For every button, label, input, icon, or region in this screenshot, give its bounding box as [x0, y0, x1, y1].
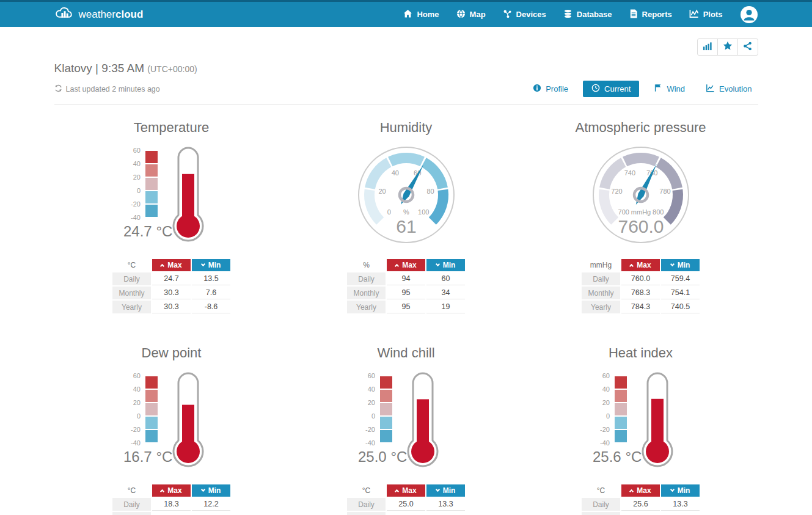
table-row: Monthly30.37.6	[112, 287, 230, 299]
svg-text:60: 60	[133, 147, 140, 154]
min-value: 7.6	[192, 287, 230, 299]
tab-wind[interactable]: Wind	[648, 81, 691, 97]
tab-current[interactable]: Current	[583, 81, 639, 97]
nav-item-map[interactable]: Map	[456, 9, 486, 20]
nav-item-label: Reports	[642, 10, 672, 19]
svg-text:760.0: 760.0	[618, 216, 664, 236]
nav-item-reports[interactable]: Reports	[629, 9, 672, 20]
max-header: Max	[152, 484, 191, 497]
plots-icon	[689, 9, 699, 20]
svg-text:40: 40	[602, 385, 609, 393]
tab-label: Wind	[667, 84, 685, 93]
period-label: Monthly	[582, 512, 620, 515]
nav-item-home[interactable]: Home	[403, 9, 439, 20]
tab-label: Current	[604, 84, 631, 93]
tab-profile[interactable]: Profile	[527, 81, 574, 97]
max-value: 95	[387, 301, 425, 313]
svg-text:800: 800	[653, 208, 664, 216]
tab-label: Profile	[546, 84, 568, 93]
globe-icon	[456, 9, 466, 20]
svg-text:25.6 °C: 25.6 °C	[593, 448, 642, 465]
panel-title: Atmospheric pressure	[524, 120, 758, 136]
max-header-label: Max	[402, 261, 416, 269]
nav-item-label: Home	[417, 10, 439, 19]
chevron-up-icon	[160, 264, 164, 268]
max-header-label: Max	[637, 261, 651, 269]
max-value: 24.7	[152, 272, 191, 285]
title-separator: |	[95, 62, 98, 75]
brand-weather: weather	[79, 9, 115, 20]
period-label: Daily	[582, 272, 620, 285]
max-header-label: Max	[637, 486, 651, 495]
unit-label: °C	[112, 484, 151, 497]
min-value: 12.2	[192, 498, 230, 511]
panel-pressure: Atmospheric pressure 700720740760780800m…	[524, 120, 758, 315]
max-value: 30.3	[152, 287, 191, 299]
min-value: 60	[426, 272, 465, 285]
station-time: 9:35 AM	[101, 62, 144, 75]
panel-dew-point: Dew point 6040200-20-4016.7 °C °C Max Mi…	[54, 345, 289, 515]
max-value: 94	[387, 272, 425, 285]
wind-flag-icon	[654, 84, 662, 94]
cloud-bars-logo-icon	[54, 5, 75, 24]
stats-button[interactable]	[697, 38, 718, 56]
station-utc-offset: (UTC+00:00)	[147, 64, 197, 74]
station-toolbar	[54, 38, 758, 56]
max-header: Max	[152, 259, 191, 271]
min-value: 7.2	[426, 512, 465, 515]
svg-text:700: 700	[618, 208, 629, 216]
stats-table: °C Max Min Daily18.312.2 Monthly19.45.0 …	[111, 483, 232, 515]
share-icon	[743, 42, 752, 53]
min-header-label: Min	[678, 486, 690, 495]
min-header-label: Min	[678, 261, 690, 269]
favorite-button[interactable]	[717, 38, 738, 56]
last-updated-text: Last updated 2 minutes ago	[66, 85, 160, 93]
user-avatar[interactable]	[740, 5, 758, 24]
tab-evolution[interactable]: Evolution	[700, 81, 758, 97]
header-divider	[54, 104, 758, 105]
min-value: 7.8	[661, 512, 700, 515]
table-row: Daily9460	[347, 272, 465, 285]
min-header: Min	[661, 259, 700, 271]
chevron-up-icon	[160, 489, 164, 494]
nav-item-database[interactable]: Database	[563, 9, 612, 20]
chevron-down-icon	[670, 488, 675, 492]
nav-item-devices[interactable]: Devices	[503, 9, 546, 20]
min-header: Min	[426, 259, 465, 271]
svg-text:40: 40	[133, 160, 140, 167]
share-button[interactable]	[737, 38, 758, 56]
star-icon	[723, 41, 733, 53]
svg-text:80: 80	[426, 188, 434, 195]
table-row: Monthly30.67.2	[347, 512, 465, 515]
stats-table: % Max Min Daily9460 Monthly9534 Yearly95…	[346, 258, 466, 315]
nav-item-plots[interactable]: Plots	[689, 9, 723, 20]
chevron-down-icon	[436, 262, 440, 266]
max-value: 760.0	[621, 272, 660, 285]
chevron-down-icon	[436, 488, 440, 492]
chevron-up-icon	[629, 489, 634, 494]
period-label: Daily	[582, 498, 620, 511]
svg-text:-20: -20	[365, 426, 375, 433]
svg-text:0: 0	[387, 208, 390, 216]
svg-text:20: 20	[133, 399, 140, 406]
unit-label: °C	[347, 484, 386, 497]
svg-text:40: 40	[391, 169, 398, 177]
thermometer-svg: 6040200-20-4025.6 °C	[583, 368, 699, 471]
min-header-label: Min	[208, 486, 221, 495]
period-label: Monthly	[347, 287, 386, 299]
gauge-svg: 700720740760780800mmHg760.0	[583, 143, 699, 247]
top-navbar: weathercloud Home Map Devices Database R…	[0, 0, 812, 27]
thermometer-svg: 6040200-20-4016.7 °C	[114, 368, 230, 471]
table-row: Daily760.0759.4	[582, 272, 700, 285]
max-header: Max	[621, 259, 660, 271]
period-label: Monthly	[112, 287, 151, 299]
min-value: 13.3	[426, 498, 465, 511]
panel-temperature: Temperature 6040200-20-4024.7 °C °C Max …	[54, 120, 289, 315]
weathercloud-logo[interactable]: weathercloud	[54, 5, 144, 24]
period-label: Daily	[112, 272, 151, 285]
table-row: Yearly9519	[347, 301, 465, 313]
table-row: Monthly30.67.8	[582, 512, 700, 515]
brand-cloud: cloud	[115, 9, 143, 20]
chevron-down-icon	[201, 488, 205, 492]
table-row: Yearly784.3740.5	[582, 301, 700, 313]
